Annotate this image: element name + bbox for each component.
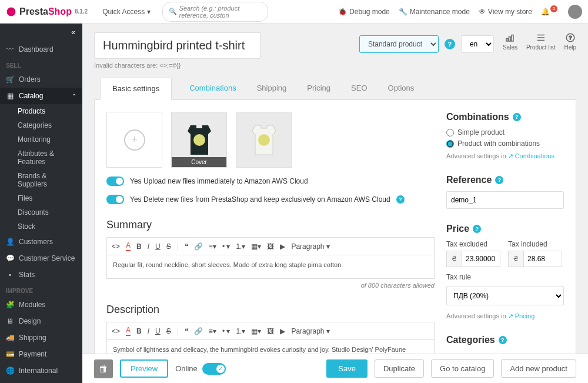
nav-categories[interactable]: Categories [0,118,82,132]
summary-editor[interactable]: Regular fit, round neckline, short sleev… [106,255,435,279]
simple-product-radio[interactable]: Simple product [446,128,564,136]
color-icon[interactable]: A [126,326,131,336]
italic-icon[interactable]: I [148,242,149,251]
logo[interactable]: PrestaShop 8.1.2 [6,6,88,17]
tab-pricing[interactable]: Pricing [304,78,333,99]
delete-button[interactable]: 🗑 [94,359,113,378]
nav-discounts[interactable]: Discounts [0,205,82,219]
nav-orders[interactable]: 🛒Orders [0,71,82,88]
product-list-link[interactable]: Product list [526,32,555,51]
numlist-icon[interactable]: 1.▾ [236,242,245,251]
quote-icon[interactable]: ❝ [185,327,188,335]
combinations-radio[interactable]: Product with combinations [446,139,564,148]
link-icon[interactable]: 🔗 [194,242,203,251]
underline-icon[interactable]: U [155,327,161,335]
table-icon[interactable]: ▦▾ [251,242,261,251]
add-product-button[interactable]: Add new product [501,359,576,378]
nav-attributes[interactable]: Attributes & Features [0,146,82,169]
align-icon[interactable]: ≡▾ [209,242,216,251]
nav-stock[interactable]: Stock [0,219,82,234]
video-icon[interactable]: ▶ [280,327,285,335]
preview-button[interactable]: Preview [120,359,168,378]
help-icon[interactable]: ? [445,39,455,49]
image-icon[interactable]: 🖼 [267,327,274,335]
bold-icon[interactable]: B [136,327,142,335]
product-image-2[interactable] [236,112,292,168]
tab-basic[interactable]: Basic settings [100,78,172,100]
catalog-button[interactable]: Go to catalog [431,359,494,378]
strike-icon[interactable]: S [166,242,171,251]
tab-options[interactable]: Options [385,78,417,99]
nav-payment[interactable]: 💳Payment [0,346,82,362]
italic-icon[interactable]: I [148,327,149,335]
bullet-icon[interactable]: • ▾ [222,242,230,251]
notifications-icon[interactable]: 🔔2 [541,8,559,16]
help-icon[interactable]: ? [396,195,405,204]
description-editor[interactable]: Symbol of lightness and delicacy, the hu… [106,340,435,354]
product-type-select[interactable]: Standard product [359,35,439,53]
tax-excl-input[interactable] [462,251,500,267]
combinations-link[interactable]: ↗ Combinations [508,152,554,159]
summary-toolbar[interactable]: <> A B I U S | ❝ 🔗 ≡▾ • ▾ 1.▾ ▦▾ 🖼 ▶ Par… [106,237,435,255]
search-input[interactable]: 🔍 Search (e.g.: product reference, custo… [162,2,268,22]
description-toolbar[interactable]: <> A B I U S | ❝ 🔗 ≡▾ • ▾ 1.▾ ▦▾ 🖼 ▶ Par… [106,322,435,340]
product-name-input[interactable] [94,32,260,59]
image-icon[interactable]: 🖼 [267,242,274,251]
link-icon[interactable]: 🔗 [194,327,203,335]
save-button[interactable]: Save [326,359,368,378]
strike-icon[interactable]: S [166,327,171,335]
bullet-icon[interactable]: • ▾ [222,327,230,335]
nav-customers[interactable]: 👤Customers [0,234,82,250]
duplicate-button[interactable]: Duplicate [375,359,424,378]
upload-toggle[interactable] [106,176,124,186]
view-store-link[interactable]: 👁 View my store [479,8,532,16]
tab-seo[interactable]: SEO [348,78,370,99]
debug-mode-link[interactable]: 🐞 Debug mode [338,8,390,16]
reference-input[interactable] [446,191,564,209]
nav-files[interactable]: Files [0,191,82,205]
quick-access-dropdown[interactable]: Quick Access ▾ [102,8,150,16]
paragraph-select[interactable]: Paragraph ▾ [291,242,329,251]
nav-monitoring[interactable]: Monitoring [0,132,82,146]
paragraph-select[interactable]: Paragraph ▾ [291,327,329,335]
quote-icon[interactable]: ❝ [185,242,188,251]
code-icon[interactable]: <> [112,327,120,335]
pricing-link[interactable]: ↗ Pricing [508,312,535,319]
collapse-sidebar-button[interactable]: « [0,24,82,41]
nav-design[interactable]: 🖥Design [0,313,82,329]
delete-toggle[interactable] [106,195,124,204]
nav-stats[interactable]: ▪Stats [0,267,82,283]
online-toggle[interactable]: Online ✓ [175,363,226,375]
tab-shipping[interactable]: Shipping [254,78,290,99]
help-icon[interactable]: ? [473,225,481,233]
code-icon[interactable]: <> [112,242,120,251]
nav-international[interactable]: 🌐International [0,362,82,379]
avatar[interactable] [568,5,582,19]
language-select[interactable]: en [461,35,494,53]
tab-combinations[interactable]: Combinations [186,78,239,99]
color-icon[interactable]: A [126,241,131,251]
bold-icon[interactable]: B [136,242,142,251]
table-icon[interactable]: ▦▾ [251,327,261,335]
nav-brands[interactable]: Brands & Suppliers [0,169,82,191]
nav-dashboard[interactable]: 〰Dashboard [0,41,82,58]
help-icon[interactable]: ? [495,176,503,184]
help-icon[interactable]: ? [499,336,507,344]
help-link[interactable]: ?Help [564,32,576,51]
nav-shipping[interactable]: 🚚Shipping [0,329,82,346]
underline-icon[interactable]: U [155,242,161,251]
tax-rule-select[interactable]: ПДВ (20%) [446,287,564,305]
add-image-button[interactable]: + [106,112,162,168]
video-icon[interactable]: ▶ [280,242,285,251]
tax-incl-input[interactable] [524,251,562,267]
nav-catalog[interactable]: ▦Catalog⌃ [0,88,82,104]
help-icon[interactable]: ? [513,113,521,121]
numlist-icon[interactable]: 1.▾ [236,327,245,335]
nav-modules[interactable]: 🧩Modules [0,297,82,313]
product-image-1[interactable]: Cover [171,112,227,168]
align-icon[interactable]: ≡▾ [209,327,216,335]
maintenance-mode-link[interactable]: 🔧 Maintenance mode [399,8,470,16]
nav-products[interactable]: Products [0,104,82,118]
sales-link[interactable]: Sales [503,32,517,51]
nav-customer-service[interactable]: 💬Customer Service [0,250,82,267]
